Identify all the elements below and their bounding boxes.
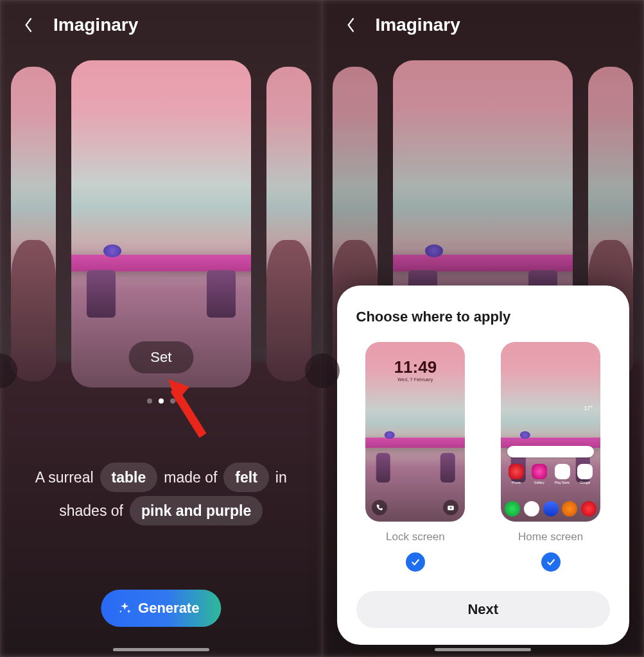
check-icon: [410, 557, 421, 567]
sheet-title: Choose where to apply: [356, 309, 611, 325]
option-label: Home screen: [518, 531, 583, 543]
svg-point-1: [450, 507, 452, 509]
home-search-bar: [507, 446, 594, 457]
page-title: Imaginary: [376, 15, 460, 35]
chevron-left-icon: [347, 17, 356, 33]
carousel-card-prev[interactable]: [11, 67, 56, 381]
phone-icon: [372, 500, 387, 515]
set-button[interactable]: Set: [128, 341, 193, 373]
prompt-chip-subject[interactable]: table: [100, 463, 158, 492]
preview-home-screen: 17° Phone Gallery Play Store Google: [501, 342, 600, 522]
prompt-chip-material[interactable]: felt: [223, 463, 269, 492]
dot-active: [159, 398, 164, 404]
option-checkbox-lock[interactable]: [406, 552, 425, 572]
generate-button[interactable]: Generate: [101, 590, 221, 627]
dot: [147, 398, 152, 404]
wallpaper-subject-table: [71, 255, 251, 271]
back-button[interactable]: [20, 16, 38, 34]
app-dock: [501, 501, 600, 516]
apply-option-home[interactable]: 17° Phone Gallery Play Store Google: [491, 342, 610, 572]
sparkle-icon: [117, 601, 132, 615]
carousel-card-current[interactable]: Set: [71, 60, 251, 388]
back-button[interactable]: [342, 16, 360, 34]
prompt-chip-color[interactable]: pink and purple: [130, 496, 263, 525]
header: Imaginary: [342, 15, 460, 35]
header: Imaginary: [20, 15, 138, 35]
home-weather-widget: 17°: [584, 405, 593, 411]
app-row: Phone Gallery Play Store Google: [501, 464, 600, 484]
lock-clock: 11:49 Wed, 7 February: [365, 357, 465, 382]
page-title: Imaginary: [53, 15, 138, 35]
option-checkbox-home[interactable]: [541, 552, 561, 572]
apply-option-lock[interactable]: 11:49 Wed, 7 February Lock screen: [356, 342, 475, 572]
home-indicator[interactable]: [435, 648, 531, 651]
apply-bottom-sheet: Choose where to apply 11:49 Wed, 7 Febru…: [337, 286, 630, 645]
chevron-left-icon: [24, 17, 33, 33]
wallpaper-carousel[interactable]: Set: [1, 57, 322, 391]
carousel-card-next[interactable]: [266, 67, 311, 381]
preview-lock-screen: 11:49 Wed, 7 February: [365, 342, 465, 522]
home-indicator[interactable]: [113, 648, 209, 651]
screen-generate: Imaginary Set A surreal table made of fe…: [0, 0, 322, 657]
prompt-text: A surreal table made of felt in shades o…: [19, 463, 304, 525]
generate-label: Generate: [138, 600, 199, 617]
check-icon: [546, 557, 556, 567]
annotation-arrow-icon: [168, 378, 213, 442]
option-label: Lock screen: [386, 531, 445, 543]
next-button[interactable]: Next: [356, 591, 611, 628]
camera-icon: [443, 500, 458, 515]
screen-apply-sheet: Imaginary Choose where to apply 11:49 We…: [322, 0, 645, 657]
